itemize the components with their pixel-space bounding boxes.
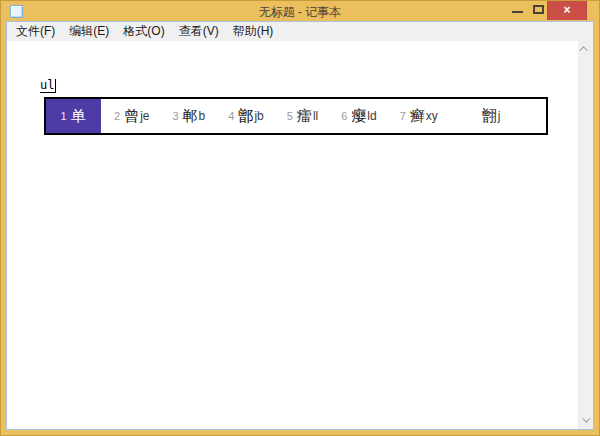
ime-candidate[interactable]: 2 曾 je [114, 99, 149, 133]
candidate-number: 5 [287, 110, 293, 122]
ime-candidate[interactable]: 5 癗 ll [287, 99, 318, 133]
candidate-char: 曾 [124, 107, 139, 126]
candidate-code: je [140, 109, 149, 123]
candidate-code: ld [367, 109, 376, 123]
ime-candidate[interactable]: 1 单 [46, 99, 101, 133]
candidate-code: xy [426, 109, 438, 123]
menu-edit[interactable]: 编辑(E) [62, 22, 116, 41]
notepad-window: 无标题 - 记事本 × 文件(F) 编辑(E) 格式(O) 查看(V) 帮助(H… [0, 0, 600, 436]
ime-candidate[interactable]: 6 瘿 ld [341, 99, 376, 133]
vertical-scrollbar[interactable] [578, 41, 593, 429]
window-title: 无标题 - 记事本 [1, 4, 599, 21]
candidate-char: 䎖 [482, 107, 497, 126]
menu-bar: 文件(F) 编辑(E) 格式(O) 查看(V) 帮助(H) [7, 22, 593, 41]
candidate-code: b [199, 109, 206, 123]
client-area: 文件(F) 编辑(E) 格式(O) 查看(V) 帮助(H) ul 1 单 2 曾… [6, 21, 594, 430]
ime-candidate[interactable]: 4 鄫 jb [228, 99, 263, 133]
scroll-down-icon[interactable] [582, 417, 589, 424]
menu-help[interactable]: 帮助(H) [226, 22, 281, 41]
minimize-icon[interactable] [512, 11, 523, 13]
scroll-up-icon[interactable] [582, 46, 589, 53]
candidate-char: 瘿 [351, 107, 366, 126]
maximize-icon[interactable] [533, 5, 544, 14]
candidate-char: 癗 [297, 107, 312, 126]
ime-candidate[interactable]: 7 癣 xy [400, 99, 438, 133]
candidate-code: jb [254, 109, 263, 123]
candidate-char: 癣 [410, 107, 425, 126]
menu-format[interactable]: 格式(O) [116, 22, 171, 41]
candidate-char: 单 [71, 107, 86, 126]
candidate-code: j [498, 109, 501, 123]
ime-composition-text: ul [40, 78, 56, 93]
titlebar: 无标题 - 记事本 × [1, 1, 599, 21]
ime-candidate[interactable]: 䎖 j [478, 99, 501, 133]
ime-candidate-bar: 1 单 2 曾 je 3 郸 b 4 鄫 jb [44, 97, 548, 135]
text-caret [55, 79, 56, 92]
ime-candidate[interactable]: 3 郸 b [172, 99, 205, 133]
menu-view[interactable]: 查看(V) [172, 22, 226, 41]
candidate-number: 6 [341, 110, 347, 122]
candidate-number: 2 [114, 110, 120, 122]
candidate-code: ll [313, 109, 318, 123]
candidate-number: 7 [400, 110, 406, 122]
candidate-number: 3 [172, 110, 178, 122]
candidate-number: 4 [228, 110, 234, 122]
candidate-number: 1 [60, 110, 66, 122]
candidate-char: 郸 [183, 107, 198, 126]
close-button[interactable]: × [547, 1, 587, 20]
menu-file[interactable]: 文件(F) [9, 22, 62, 41]
candidate-char: 鄫 [238, 107, 253, 126]
text-area[interactable]: ul 1 单 2 曾 je 3 郸 b 4 [7, 41, 593, 429]
